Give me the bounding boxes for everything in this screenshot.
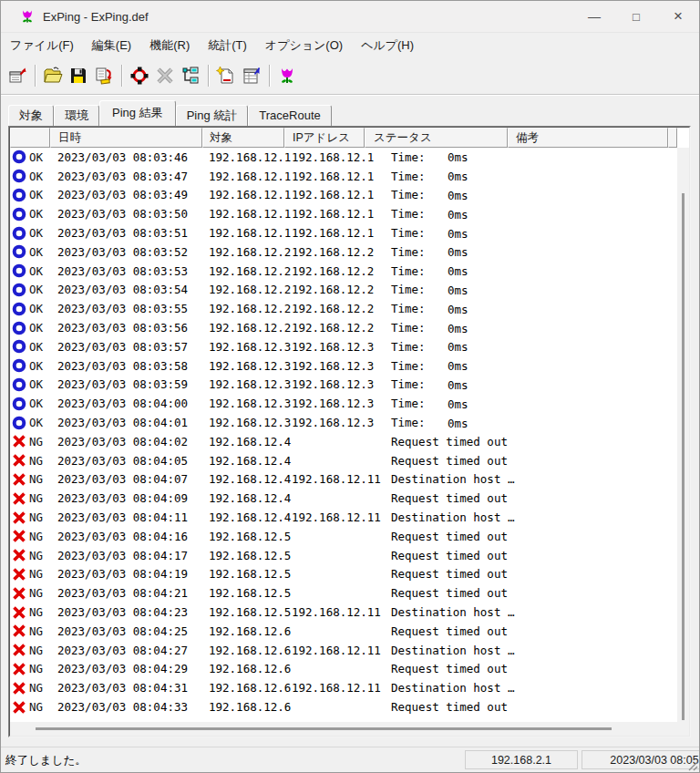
status-value: 0ms: [448, 207, 468, 221]
table-row[interactable]: OK 2023/03/03 08:04:00 192.168.12.3 192.…: [10, 394, 677, 413]
status-cell: Destination host …: [365, 605, 508, 619]
resize-grip[interactable]: [685, 758, 698, 771]
table-row[interactable]: NG 2023/03/03 08:04:27 192.168.12.6 192.…: [10, 641, 677, 660]
table-row[interactable]: NG 2023/03/03 08:04:17 192.168.12.5 Requ…: [10, 546, 677, 565]
table-row[interactable]: NG 2023/03/03 08:04:11 192.168.12.4 192.…: [10, 508, 677, 527]
status-label: Destination host …: [391, 472, 514, 486]
col-header-status[interactable]: ステータス: [365, 128, 508, 148]
result-label: NG: [29, 700, 43, 714]
col-header-result[interactable]: [10, 128, 50, 148]
tab-target[interactable]: 対象: [8, 105, 54, 126]
ip-cell: 192.168.12.3: [284, 359, 365, 373]
col-header-datetime[interactable]: 日時: [50, 128, 202, 148]
ng-cross-icon: [12, 548, 26, 562]
vertical-scrollbar-thumb[interactable]: [682, 193, 685, 720]
new-definition-icon[interactable]: [5, 63, 30, 88]
status-cell: Time: 0ms: [365, 359, 508, 373]
table-row[interactable]: NG 2023/03/03 08:04:16 192.168.12.5 Requ…: [10, 527, 677, 546]
table-row[interactable]: NG 2023/03/03 08:04:21 192.168.12.5 Requ…: [10, 583, 677, 603]
table-row[interactable]: NG 2023/03/03 08:04:25 192.168.12.6 Requ…: [10, 622, 677, 641]
menubar: ファイル(F) 編集(E) 機能(R) 統計(T) オプション(O) ヘルプ(H…: [1, 34, 699, 57]
status-ip-panel: 192.168.2.1: [465, 750, 578, 769]
status-value: 0ms: [448, 416, 468, 429]
result-label: OK: [29, 397, 43, 410]
ok-ring-icon: [12, 149, 26, 164]
environment-settings-icon[interactable]: [239, 63, 264, 88]
target-cell: 192.168.12.4: [202, 435, 284, 448]
datetime-cell: 2023/03/03 08:04:01: [50, 416, 202, 429]
table-row[interactable]: NG 2023/03/03 08:04:33 192.168.12.6 Requ…: [10, 697, 677, 716]
ok-ring-icon: [12, 358, 26, 373]
menu-statistics[interactable]: 統計(T): [199, 35, 256, 57]
table-row[interactable]: OK 2023/03/03 08:03:58 192.168.12.3 192.…: [10, 356, 677, 376]
stop-icon[interactable]: [152, 63, 178, 88]
col-header-target[interactable]: 対象: [202, 128, 284, 148]
horizontal-scrollbar-thumb[interactable]: [36, 727, 612, 730]
ok-ring-icon: [12, 339, 26, 354]
table-row[interactable]: OK 2023/03/03 08:03:47 192.168.12.1 192.…: [10, 167, 677, 186]
table-row[interactable]: NG 2023/03/03 08:04:29 192.168.12.6 Requ…: [10, 660, 677, 679]
table-row[interactable]: OK 2023/03/03 08:03:57 192.168.12.3 192.…: [10, 337, 677, 356]
datetime-cell: 2023/03/03 08:04:31: [50, 681, 202, 695]
status-cell: Request timed out: [365, 700, 508, 714]
tab-traceroute[interactable]: TraceRoute: [248, 105, 331, 126]
target-cell: 192.168.12.6: [202, 662, 284, 675]
maximize-button[interactable]: □: [615, 1, 657, 32]
table-row[interactable]: NG 2023/03/03 08:04:07 192.168.12.4 192.…: [10, 470, 677, 490]
ip-cell: 192.168.12.2: [284, 321, 365, 335]
close-button[interactable]: ×: [657, 1, 699, 32]
table-row[interactable]: NG 2023/03/03 08:04:19 192.168.12.5 Requ…: [10, 565, 677, 584]
tab-environment[interactable]: 環境: [54, 105, 99, 126]
target-cell: 192.168.12.3: [202, 397, 284, 410]
menu-help[interactable]: ヘルプ(H): [352, 35, 423, 57]
table-row[interactable]: OK 2023/03/03 08:03:54 192.168.12.2 192.…: [10, 281, 677, 300]
status-label: Request timed out: [391, 700, 508, 714]
target-cell: 192.168.12.2: [202, 264, 284, 278]
table-row[interactable]: NG 2023/03/03 08:04:02 192.168.12.4 Requ…: [10, 432, 677, 451]
target-cell: 192.168.12.2: [202, 321, 284, 335]
menu-edit[interactable]: 編集(E): [83, 35, 140, 57]
tab-ping-statistics[interactable]: Ping 統計: [176, 105, 249, 126]
horizontal-scrollbar[interactable]: [10, 722, 677, 736]
table-row[interactable]: OK 2023/03/03 08:03:59 192.168.12.3 192.…: [10, 376, 677, 395]
open-file-icon[interactable]: [40, 63, 66, 88]
result-label: NG: [29, 435, 43, 448]
status-value: 0ms: [448, 283, 468, 296]
table-row[interactable]: OK 2023/03/03 08:03:50 192.168.12.1 192.…: [10, 204, 677, 223]
execute-ping-icon[interactable]: [127, 63, 152, 88]
menu-function[interactable]: 機能(R): [140, 35, 199, 57]
window-title: ExPing - ExPing.def: [43, 10, 149, 24]
table-row[interactable]: NG 2023/03/03 08:04:31 192.168.12.6 192.…: [10, 678, 677, 697]
menu-options[interactable]: オプション(O): [256, 35, 352, 57]
table-row[interactable]: OK 2023/03/03 08:03:56 192.168.12.2 192.…: [10, 318, 677, 337]
col-header-remarks[interactable]: 備考: [508, 128, 668, 148]
table-row[interactable]: NG 2023/03/03 08:04:05 192.168.12.4 Requ…: [10, 451, 677, 470]
table-row[interactable]: OK 2023/03/03 08:03:49 192.168.12.1 192.…: [10, 186, 677, 205]
menu-file[interactable]: ファイル(F): [1, 35, 83, 57]
target-cell: 192.168.12.3: [202, 340, 284, 354]
save-icon[interactable]: [66, 63, 91, 88]
save-results-icon[interactable]: [91, 63, 117, 88]
table-row[interactable]: OK 2023/03/03 08:03:53 192.168.12.2 192.…: [10, 262, 677, 281]
table-row[interactable]: OK 2023/03/03 08:03:55 192.168.12.2 192.…: [10, 299, 677, 318]
tab-ping-results[interactable]: Ping 結果: [99, 100, 176, 126]
ip-cell: 192.168.12.11: [284, 681, 365, 695]
traceroute-icon[interactable]: [178, 63, 203, 88]
table-row[interactable]: NG 2023/03/03 08:04:09 192.168.12.4 Requ…: [10, 489, 677, 508]
table-row[interactable]: OK 2023/03/03 08:04:01 192.168.12.3 192.…: [10, 413, 677, 432]
clear-results-icon[interactable]: [213, 63, 239, 88]
datetime-cell: 2023/03/03 08:04:21: [50, 586, 202, 600]
table-row[interactable]: OK 2023/03/03 08:03:51 192.168.12.1 192.…: [10, 223, 677, 242]
datetime-cell: 2023/03/03 08:03:49: [50, 188, 202, 201]
ip-cell: 192.168.12.3: [284, 397, 365, 410]
table-row[interactable]: OK 2023/03/03 08:03:46 192.168.12.1 192.…: [10, 148, 677, 167]
minimize-button[interactable]: —: [573, 1, 615, 32]
status-label: Request timed out: [391, 435, 508, 448]
vertical-scrollbar[interactable]: [677, 148, 689, 722]
ok-ring-icon: [12, 188, 26, 202]
about-exping-icon[interactable]: [274, 63, 300, 88]
col-header-ip-address[interactable]: IPアドレス: [284, 128, 365, 148]
table-row[interactable]: OK 2023/03/03 08:03:52 192.168.12.2 192.…: [10, 242, 677, 262]
table-row[interactable]: NG 2023/03/03 08:04:23 192.168.12.5 192.…: [10, 603, 677, 622]
ok-ring-icon: [12, 377, 26, 392]
